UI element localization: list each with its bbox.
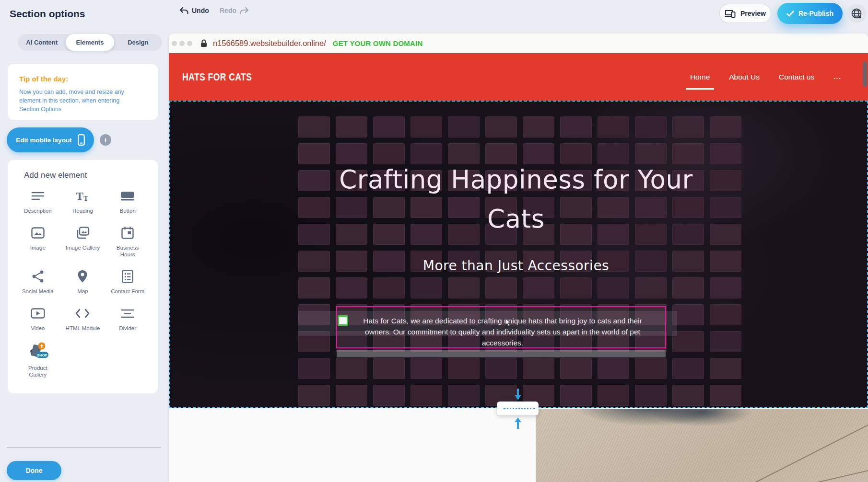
nav-item-about-us[interactable]: About Us xyxy=(729,73,760,81)
site-logo[interactable]: HATS FOR CATS xyxy=(182,71,252,83)
edit-mobile-layout-button[interactable]: Edit mobile layout xyxy=(7,127,94,152)
site-header: HATS FOR CATS Home About Us Contact us .… xyxy=(169,53,868,101)
edit-mobile-layout-label: Edit mobile layout xyxy=(16,137,71,144)
resize-corner-handle[interactable] xyxy=(338,315,348,326)
browser-dot xyxy=(172,41,177,46)
devices-icon xyxy=(725,9,736,18)
element-grid: Description TT Heading Button Image xyxy=(15,188,150,378)
svg-text:T: T xyxy=(76,190,83,202)
hero-tile xyxy=(373,116,405,138)
globe-icon xyxy=(851,8,862,19)
get-your-own-domain-link[interactable]: GET YOUR OWN DOMAIN xyxy=(333,39,423,47)
nav-item-contact-us[interactable]: Contact us xyxy=(779,73,814,81)
button-icon xyxy=(120,188,135,204)
hero-section-selected[interactable]: Crafting Happiness for Your Cats More th… xyxy=(169,101,868,408)
tip-body: Now you can add, move and resize any ele… xyxy=(19,88,139,114)
element-drag-strip[interactable] xyxy=(337,350,666,357)
pavement-seam xyxy=(797,454,868,482)
hero-tile xyxy=(598,277,629,298)
calendar-icon xyxy=(121,225,134,241)
element-image[interactable]: Image xyxy=(15,225,60,258)
divider-icon xyxy=(120,305,135,321)
element-html-module[interactable]: HTML Module xyxy=(60,305,106,332)
hero-tile xyxy=(298,385,330,406)
image-gallery-icon xyxy=(75,225,90,241)
hero-tile xyxy=(635,358,667,379)
hero-tile xyxy=(710,304,741,325)
done-button[interactable]: Done xyxy=(7,461,61,480)
hero-tile xyxy=(485,277,517,298)
element-business-hours[interactable]: Business Hours xyxy=(105,225,150,258)
hero-tile xyxy=(336,358,367,379)
undo-button[interactable]: Undo xyxy=(179,7,209,14)
hero-paragraph[interactable]: Hats for Cats, we are dedicated to craft… xyxy=(337,307,665,348)
undo-icon xyxy=(179,7,188,14)
lock-icon xyxy=(200,39,207,47)
hero-tile xyxy=(373,385,405,406)
code-icon xyxy=(75,305,90,321)
hero-tile xyxy=(298,116,330,138)
element-map[interactable]: Map xyxy=(60,268,106,295)
language-globe-button[interactable] xyxy=(847,4,866,23)
browser-window-dots xyxy=(172,41,192,46)
hero-tile xyxy=(523,358,554,379)
hero-tile xyxy=(485,358,517,379)
image-icon xyxy=(31,225,45,241)
site-nav: Home About Us Contact us ... xyxy=(690,73,842,81)
tab-ai-content[interactable]: AI Content xyxy=(18,34,66,51)
element-contact-form[interactable]: Contact Form xyxy=(105,268,150,295)
site-url[interactable]: n1566589.websitebuilder.online/ xyxy=(213,39,326,48)
hero-tile xyxy=(298,358,330,379)
hero-tile xyxy=(672,277,704,298)
redo-button[interactable]: Redo xyxy=(220,7,249,14)
sidebar-divider xyxy=(7,447,161,448)
hero-tile xyxy=(598,358,629,379)
element-social-media[interactable]: Social Media xyxy=(15,268,60,295)
section-options-sidebar: Section options AI Content Elements Desi… xyxy=(0,0,167,482)
hero-subheading[interactable]: More than Just Accessories xyxy=(170,258,862,274)
selected-text-element[interactable]: Hats for Cats, we are dedicated to craft… xyxy=(336,306,666,348)
tab-elements[interactable]: Elements xyxy=(66,34,114,51)
element-product-gallery[interactable]: SHOP Product Gallery xyxy=(15,342,60,378)
smartphone-icon xyxy=(78,134,85,146)
nav-item-more[interactable]: ... xyxy=(833,73,842,80)
hero-tile xyxy=(336,116,367,138)
hero-tile xyxy=(710,116,741,138)
hero-tile xyxy=(635,116,667,138)
hero-tile xyxy=(560,385,592,406)
hero-tile xyxy=(598,385,629,406)
map-pin-icon xyxy=(77,268,88,285)
site-preview-window: n1566589.websitebuilder.online/ GET YOUR… xyxy=(169,34,868,482)
preview-button[interactable]: Preview xyxy=(719,4,771,23)
add-new-element-title: Add new element xyxy=(24,171,150,180)
nav-item-home[interactable]: Home xyxy=(690,73,710,81)
hero-tile xyxy=(411,385,442,406)
element-divider[interactable]: Divider xyxy=(105,305,150,332)
republish-button[interactable]: Re-Publish xyxy=(777,3,843,24)
element-image-gallery[interactable]: Image Gallery xyxy=(60,225,106,258)
mouse-cursor xyxy=(505,318,512,327)
hero-tile xyxy=(635,385,667,406)
form-icon xyxy=(122,268,133,285)
resize-handle-box[interactable] xyxy=(497,402,539,415)
pavement-photo xyxy=(536,409,868,482)
video-icon xyxy=(31,305,45,321)
shop-badge: SHOP xyxy=(37,353,47,357)
hero-heading[interactable]: Crafting Happiness for Your Cats xyxy=(170,160,862,239)
tab-design[interactable]: Design xyxy=(114,34,162,51)
info-icon[interactable]: i xyxy=(100,134,111,146)
hero-tile xyxy=(411,116,442,138)
element-video[interactable]: Video xyxy=(15,305,60,332)
hero-tile xyxy=(336,277,367,298)
hero-tile xyxy=(672,358,704,379)
hero-tile xyxy=(336,385,367,406)
hero-tile xyxy=(560,277,592,298)
preview-scrollbar-thumb[interactable] xyxy=(863,61,867,87)
section-resize-handle[interactable] xyxy=(495,389,540,433)
element-description[interactable]: Description xyxy=(15,188,60,214)
element-button[interactable]: Button xyxy=(105,188,150,214)
element-heading[interactable]: TT Heading xyxy=(60,188,106,214)
redo-icon xyxy=(240,7,249,14)
hero-tile xyxy=(672,385,704,406)
hero-tile xyxy=(560,358,592,379)
